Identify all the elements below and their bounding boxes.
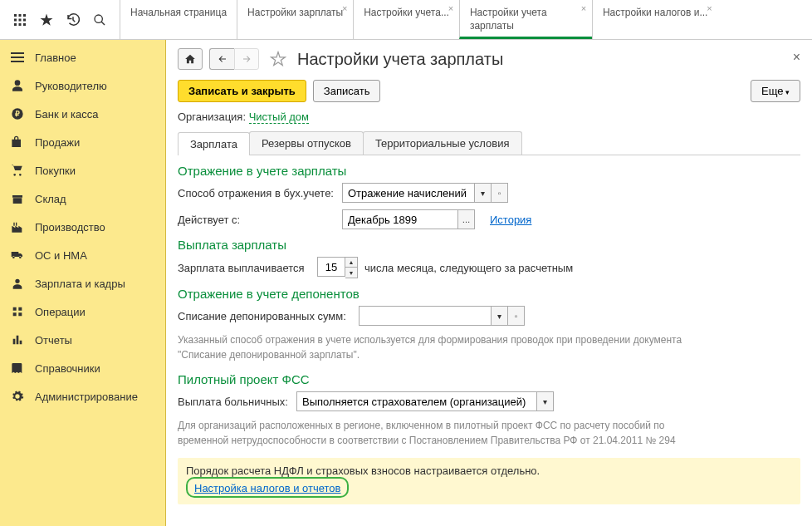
sidebar-item-label: Отчеты (35, 334, 72, 347)
sidebar-item-label: Склад (35, 193, 66, 205)
section-title-fss: Пилотный проект ФСС (178, 372, 800, 386)
person-icon (10, 78, 25, 93)
payment-day-label: Зарплата выплачивается (178, 262, 311, 274)
effective-from-label: Действует с: (178, 214, 335, 226)
select-period-button[interactable]: … (458, 209, 475, 229)
sidebar-item-label: ОС и НМА (35, 249, 87, 262)
sidebar-item[interactable]: Руководителю (0, 71, 165, 100)
tab-close-icon[interactable]: × (446, 3, 456, 13)
sidebar-item-label: Руководителю (35, 80, 107, 92)
save-close-button[interactable]: Записать и закрыть (178, 80, 306, 102)
dropdown-button[interactable]: ▾ (537, 391, 554, 411)
section-title-payment: Выплата зарплаты (178, 238, 800, 252)
svg-rect-1 (19, 14, 22, 17)
sidebar-item[interactable]: Продажи (0, 128, 165, 156)
sidebar-item[interactable]: ₽Банк и касса (0, 100, 165, 128)
dropdown-button[interactable]: ▾ (475, 183, 492, 203)
sidebar-item-label: Производство (35, 221, 105, 234)
sidebar-item[interactable]: Зарплата и кадры (0, 269, 165, 297)
section-title-deponents: Отражение в учете депонентов (178, 287, 800, 301)
apps-icon[interactable] (7, 7, 33, 33)
sidebar: ГлавноеРуководителю₽Банк и кассаПродажиП… (0, 40, 166, 526)
sidebar-item[interactable]: Склад (0, 184, 165, 213)
star-icon[interactable] (33, 7, 60, 33)
sidebar-item[interactable]: Операции (0, 297, 165, 326)
page-title: Настройки учета зарплаты (297, 50, 503, 69)
gear-icon (10, 389, 25, 404)
svg-rect-11 (11, 52, 24, 54)
top-tabs: Начальная страницаНастройки зарплаты×Нас… (120, 0, 812, 39)
inner-tab[interactable]: Территориальные условия (363, 131, 522, 155)
top-tab[interactable]: Настройки налогов и...× (592, 0, 718, 39)
close-page-button[interactable]: × (793, 50, 800, 65)
ops-icon (10, 304, 25, 319)
sidebar-item-label: Администрирование (35, 391, 138, 403)
top-tab[interactable]: Настройки учета...× (353, 0, 459, 39)
inner-tabs: ЗарплатаРезервы отпусковТерриториальные … (178, 131, 800, 155)
sidebar-item[interactable]: Отчеты (0, 326, 165, 354)
sidebar-item[interactable]: Производство (0, 213, 165, 241)
tab-close-icon[interactable]: × (579, 3, 589, 13)
svg-rect-6 (14, 23, 17, 26)
top-tab[interactable]: Настройки зарплаты× (237, 0, 353, 39)
tool-icons (0, 0, 120, 39)
organization-link[interactable]: Чистый дом (249, 111, 309, 124)
svg-text:₽: ₽ (15, 110, 20, 118)
factory-icon (10, 219, 25, 234)
svg-rect-2 (23, 14, 26, 17)
org-label: Организация: (178, 111, 246, 123)
forward-button[interactable] (234, 48, 259, 70)
accounting-method-input[interactable] (342, 183, 475, 203)
fss-help: Для организаций расположенных в регионе,… (178, 418, 717, 448)
sidebar-item-label: Операции (35, 306, 86, 318)
tab-close-icon[interactable]: × (704, 3, 714, 13)
user-icon (10, 276, 25, 291)
more-button[interactable]: Еще (751, 80, 800, 102)
dropdown-button[interactable]: ▾ (492, 306, 508, 326)
sidebar-item-label: Главное (35, 52, 76, 64)
sidebar-item[interactable]: Покупки (0, 156, 165, 184)
sidebar-item[interactable]: Справочники (0, 354, 165, 382)
sidebar-item-label: Справочники (35, 362, 100, 375)
cart-icon (10, 163, 25, 178)
history-icon[interactable] (60, 7, 86, 33)
svg-point-9 (95, 15, 102, 22)
deponents-input[interactable] (359, 306, 492, 326)
inner-tab[interactable]: Зарплата (178, 132, 250, 155)
open-button[interactable]: ▫ (508, 306, 525, 326)
search-icon[interactable] (86, 7, 113, 33)
spinner-down[interactable]: ▼ (345, 268, 357, 278)
sidebar-item[interactable]: ОС и НМА (0, 241, 165, 269)
section-title-accounting: Отражение в учете зарплаты (178, 164, 800, 178)
svg-rect-12 (11, 57, 24, 58)
history-link[interactable]: История (490, 214, 531, 226)
save-button[interactable]: Записать (313, 80, 381, 102)
payment-day-input[interactable] (317, 257, 345, 277)
truck-icon (10, 248, 25, 263)
content-header: Настройки учета зарплаты (178, 48, 800, 70)
ruble-icon: ₽ (10, 106, 25, 121)
sidebar-item-label: Покупки (35, 165, 76, 177)
deponents-help: Указанный способ отражения в учете испол… (178, 332, 717, 362)
book-icon (10, 361, 25, 376)
home-button[interactable] (178, 48, 203, 70)
favorite-star-icon[interactable] (269, 50, 287, 68)
bag-icon (10, 135, 25, 150)
inner-tab[interactable]: Резервы отпусков (249, 131, 364, 155)
sidebar-item[interactable]: Главное (0, 43, 165, 71)
tax-settings-link[interactable]: Настройка налогов и отчетов (194, 482, 340, 494)
svg-rect-4 (19, 18, 22, 21)
sick-pay-input[interactable] (296, 391, 537, 411)
tab-close-icon[interactable]: × (340, 3, 350, 13)
top-tab[interactable]: Начальная страница (120, 0, 237, 39)
open-button[interactable]: ▫ (492, 183, 508, 203)
accounting-method-label: Способ отражения в бух.учете: (178, 187, 335, 199)
effective-from-input[interactable] (342, 209, 458, 229)
spinner-up[interactable]: ▲ (345, 258, 357, 268)
back-button[interactable] (209, 48, 234, 70)
deponents-label: Списание депонированных сумм: (178, 310, 352, 322)
svg-rect-0 (14, 14, 17, 17)
sidebar-item-label: Банк и касса (35, 108, 99, 120)
top-tab[interactable]: Настройки учета зарплаты× (459, 0, 592, 39)
sidebar-item[interactable]: Администрирование (0, 382, 165, 410)
